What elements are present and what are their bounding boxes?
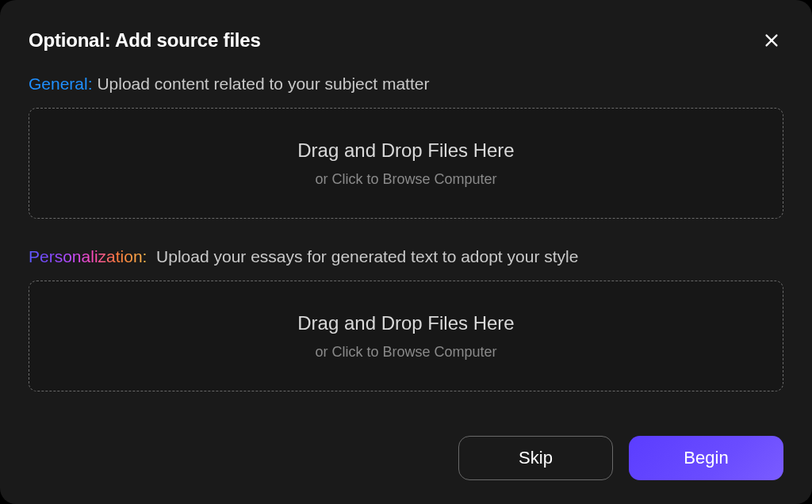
personalization-label: Personalization:: [29, 247, 147, 265]
personalization-dropzone-title: Drag and Drop Files Here: [297, 312, 514, 334]
skip-button[interactable]: Skip: [458, 436, 613, 480]
personalization-dropzone[interactable]: Drag and Drop Files Here or Click to Bro…: [29, 281, 783, 391]
begin-button[interactable]: Begin: [629, 436, 783, 480]
modal-header: Optional: Add source files: [29, 29, 783, 52]
general-description: Upload content related to your subject m…: [97, 74, 429, 93]
close-icon: [763, 32, 780, 49]
close-button[interactable]: [760, 29, 783, 52]
general-label: General:: [29, 74, 93, 93]
modal-title: Optional: Add source files: [29, 29, 261, 52]
modal-footer: Skip Begin: [29, 436, 783, 480]
personalization-section: Personalization: Upload your essays for …: [29, 247, 783, 391]
general-section: General: Upload content related to your …: [29, 74, 783, 219]
add-source-files-modal: Optional: Add source files General: Uplo…: [0, 0, 812, 504]
general-dropzone-title: Drag and Drop Files Here: [297, 139, 514, 162]
general-section-label: General: Upload content related to your …: [29, 74, 783, 94]
personalization-description: Upload your essays for generated text to…: [156, 247, 578, 265]
general-dropzone-subtitle: or Click to Browse Computer: [315, 171, 496, 188]
general-dropzone[interactable]: Drag and Drop Files Here or Click to Bro…: [29, 108, 783, 219]
personalization-dropzone-subtitle: or Click to Browse Computer: [315, 344, 496, 361]
personalization-section-label: Personalization: Upload your essays for …: [29, 247, 783, 266]
